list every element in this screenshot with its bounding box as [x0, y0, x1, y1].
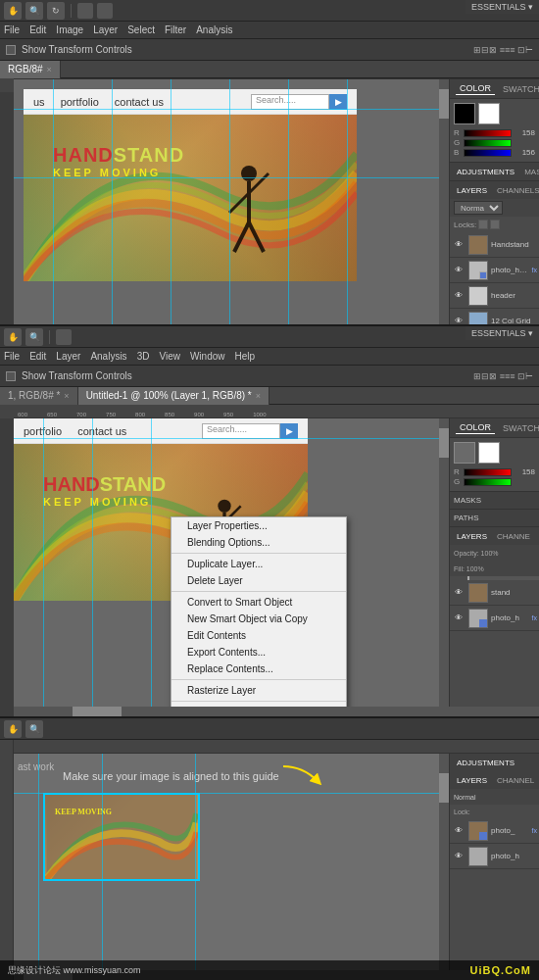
layer2-eye-2[interactable]: 👁	[452, 612, 466, 625]
g-bar[interactable]	[464, 139, 512, 147]
channel-tab-3[interactable]: CHANNEL	[494, 775, 537, 786]
search-btn-2[interactable]: ▶	[280, 423, 298, 439]
layer-eye-4[interactable]: 👁	[452, 315, 466, 325]
ctx-blending-options[interactable]: Blending Options...	[172, 534, 346, 551]
transform-checkbox[interactable]	[6, 45, 16, 55]
lock-icon1[interactable]	[478, 220, 488, 229]
search-field-2[interactable]: Search.....	[202, 423, 280, 439]
menu2-file[interactable]: File	[4, 351, 20, 362]
fg-swatch-2[interactable]	[454, 442, 475, 464]
zoom-tool-3[interactable]: 🔍	[25, 720, 43, 738]
menu-analysis[interactable]: Image	[56, 24, 83, 35]
transform-checkbox-2[interactable]	[6, 371, 16, 381]
tab-untitled[interactable]: Untitled-1 @ 100% (Layer 1, RGB/8) * ×	[78, 387, 270, 405]
tab-1-rgb[interactable]: 1, RGB/8# * ×	[0, 387, 78, 405]
menu2-layer[interactable]: Layer	[56, 351, 80, 362]
scrollbar-thumb-v[interactable]	[439, 89, 449, 119]
menu-help[interactable]: Analysis	[196, 24, 232, 35]
menu-3d[interactable]: Layer	[93, 24, 118, 35]
ctx-rasterize[interactable]: Rasterize Layer	[172, 682, 346, 699]
vscroll-2[interactable]	[439, 418, 449, 707]
vscroll-thumb-3[interactable]	[439, 773, 449, 803]
menu-view[interactable]: Select	[127, 24, 155, 35]
layers-tab[interactable]: LAYERS	[454, 185, 490, 196]
rotate-tool[interactable]: ↻	[47, 2, 65, 20]
zoom-tool[interactable]: 🔍	[25, 2, 43, 20]
layers-tab-2[interactable]: LAYERS	[454, 531, 490, 542]
adj-tab-3[interactable]: ADJUSTMENTS	[454, 758, 517, 768]
b-bar[interactable]	[464, 149, 512, 157]
g-bar-2[interactable]	[464, 478, 512, 486]
search-field[interactable]: Search.....	[251, 94, 329, 110]
fg-swatch[interactable]	[454, 103, 475, 124]
layer2-stand[interactable]: 👁 stand	[450, 580, 539, 606]
tool-icon3[interactable]	[56, 329, 72, 345]
essentials-label[interactable]: ESSENTIALS ▾	[466, 0, 539, 14]
layer3-photo[interactable]: 👁 photo_ fx	[450, 818, 539, 844]
layer-eye-2[interactable]: 👁	[452, 264, 466, 277]
menu2-view[interactable]: View	[159, 351, 180, 362]
hand-tool-3[interactable]: ✋	[4, 720, 22, 738]
vscroll-3[interactable]	[439, 754, 449, 970]
ctx-delete-layer[interactable]: Delete Layer	[172, 572, 346, 589]
r-bar-2[interactable]	[464, 468, 512, 476]
ctx-duplicate-layer[interactable]: Duplicate Layer...	[172, 556, 346, 572]
bg-swatch[interactable]	[478, 103, 500, 124]
layer2-photo[interactable]: 👁 photo_h fx	[450, 606, 539, 631]
adj-tab[interactable]: ADJUSTMENTS	[454, 167, 517, 177]
vscroll-thumb-2[interactable]	[439, 428, 449, 458]
tab-rgb-close[interactable]: ×	[47, 65, 52, 74]
layers-tab-3[interactable]: LAYERS	[454, 775, 490, 786]
masks-label[interactable]: MASKS	[454, 496, 481, 505]
hscroll-2[interactable]	[14, 707, 539, 716]
color-tab[interactable]: COLOR	[456, 82, 495, 95]
ctx-edit-contents[interactable]: Edit Contents	[172, 627, 346, 644]
menu2-edit[interactable]: Edit	[29, 351, 46, 362]
menu2-3d[interactable]: 3D	[137, 351, 150, 362]
ctx-new-smart[interactable]: New Smart Object via Copy	[172, 611, 346, 627]
vertical-scrollbar[interactable]	[439, 79, 449, 324]
tool-icon1[interactable]	[77, 3, 93, 19]
menu2-window[interactable]: Window	[190, 351, 225, 362]
hand-tool-2[interactable]: ✋	[4, 328, 22, 346]
tab2-close[interactable]: ×	[256, 391, 261, 401]
search-button[interactable]: ▶	[329, 94, 347, 110]
menu-window[interactable]: Filter	[165, 24, 186, 35]
layer3-eye-1[interactable]: 👁	[452, 824, 466, 838]
tab-rgb[interactable]: RGB/8# ×	[0, 61, 61, 78]
layer2-eye-1[interactable]: 👁	[452, 586, 466, 600]
color-tab-2[interactable]: COLOR	[456, 421, 495, 434]
mask-tab[interactable]: MASK	[521, 167, 539, 177]
hscroll-thumb-2[interactable]	[73, 707, 122, 716]
menu2-analysis[interactable]: Analysis	[90, 351, 126, 362]
swatches-tab[interactable]: SWATCHES	[499, 83, 539, 95]
ctx-convert-smart[interactable]: Convert to Smart Object	[172, 594, 346, 611]
ctx-export-contents[interactable]: Export Contents...	[172, 644, 346, 661]
layer-header[interactable]: 👁 header	[450, 283, 539, 309]
essentials-2[interactable]: ESSENTIALS ▾	[466, 326, 539, 340]
menu-filter[interactable]: Edit	[29, 24, 46, 35]
channels-tab[interactable]: CHANNELS	[494, 185, 539, 196]
zoom-tool-2[interactable]: 🔍	[25, 328, 43, 346]
layer-handstand[interactable]: 👁 Handstand	[450, 232, 539, 258]
r-bar[interactable]	[464, 129, 512, 137]
tab1-close[interactable]: ×	[64, 391, 69, 401]
layer-eye-3[interactable]: 👁	[452, 289, 466, 303]
channels-tab-2[interactable]: CHANNE	[494, 531, 533, 542]
layer3-eye-2[interactable]: 👁	[452, 850, 466, 863]
bg-swatch-2[interactable]	[478, 442, 500, 464]
menu2-help[interactable]: Help	[235, 351, 256, 362]
layer3-photo2[interactable]: 👁 photo_h	[450, 844, 539, 869]
ctx-layer-properties[interactable]: Layer Properties...	[172, 517, 346, 534]
paths-label[interactable]: PATHS	[454, 514, 478, 522]
layer-mode-select[interactable]: Normal	[454, 201, 503, 215]
swatches-tab-2[interactable]: SWATCHES	[499, 422, 539, 434]
tool-icon2[interactable]	[97, 3, 113, 19]
hand-tool[interactable]: ✋	[4, 2, 22, 20]
ctx-replace-contents[interactable]: Replace Contents...	[172, 661, 346, 677]
layer-eye-1[interactable]: 👁	[452, 238, 466, 252]
lock-icon2[interactable]	[490, 220, 500, 229]
menu-select[interactable]: File	[4, 24, 20, 35]
layer-12col[interactable]: 👁 12 Col Grid	[450, 309, 539, 324]
layer-photo-holder[interactable]: 👁 photo_holder fx	[450, 258, 539, 283]
